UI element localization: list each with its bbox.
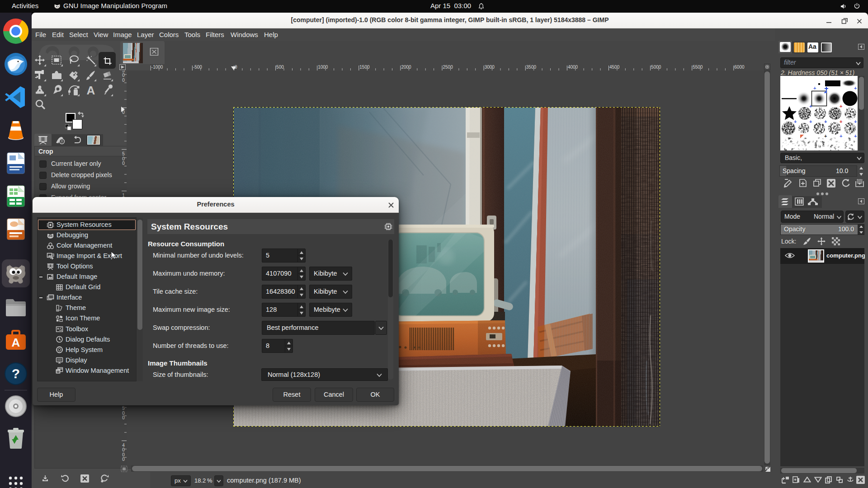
svg-text:0: 0	[122, 411, 125, 416]
svg-text:5: 5	[122, 151, 125, 156]
svg-text:+: +	[854, 119, 857, 124]
svg-text:A: A	[12, 336, 20, 349]
svg-text:+: +	[813, 85, 816, 91]
svg-text:0: 0	[122, 156, 125, 161]
svg-text:2000: 2000	[401, 65, 411, 70]
svg-text:0: 0	[122, 415, 125, 420]
svg-text:+: +	[809, 103, 812, 109]
svg-text:0: 0	[122, 78, 125, 83]
svg-text:5000: 5000	[651, 65, 661, 70]
svg-text:+: +	[824, 133, 827, 139]
svg-text:4500: 4500	[609, 65, 620, 70]
svg-text:+: +	[840, 133, 842, 139]
svg-text:4000: 4000	[568, 65, 578, 70]
svg-text:+: +	[854, 133, 857, 139]
svg-text:0: 0	[122, 161, 125, 166]
svg-text:3000: 3000	[485, 65, 495, 70]
svg-text:0: 0	[122, 457, 125, 462]
svg-text:1500: 1500	[359, 65, 370, 70]
svg-text:5500: 5500	[693, 65, 703, 70]
svg-text:?: ?	[12, 366, 20, 381]
svg-text:0: 0	[122, 447, 125, 452]
svg-text:5: 5	[122, 406, 125, 411]
svg-text:3500: 3500	[526, 65, 537, 70]
svg-text:+: +	[840, 119, 842, 124]
svg-text:4: 4	[122, 443, 125, 448]
svg-text:+: +	[840, 103, 842, 109]
svg-text:-1000: -1000	[151, 65, 163, 70]
svg-text:0: 0	[122, 73, 125, 78]
svg-text:+: +	[809, 119, 812, 124]
svg-text:+: +	[824, 119, 827, 124]
svg-text:6000: 6000	[734, 65, 745, 70]
svg-text:+: +	[794, 119, 797, 124]
svg-text:+: +	[854, 85, 857, 91]
svg-text:1000: 1000	[318, 65, 328, 70]
svg-text:2500: 2500	[443, 65, 453, 70]
svg-text:500: 500	[276, 65, 284, 70]
svg-text:-500: -500	[193, 65, 202, 70]
svg-text:0: 0	[122, 452, 125, 457]
